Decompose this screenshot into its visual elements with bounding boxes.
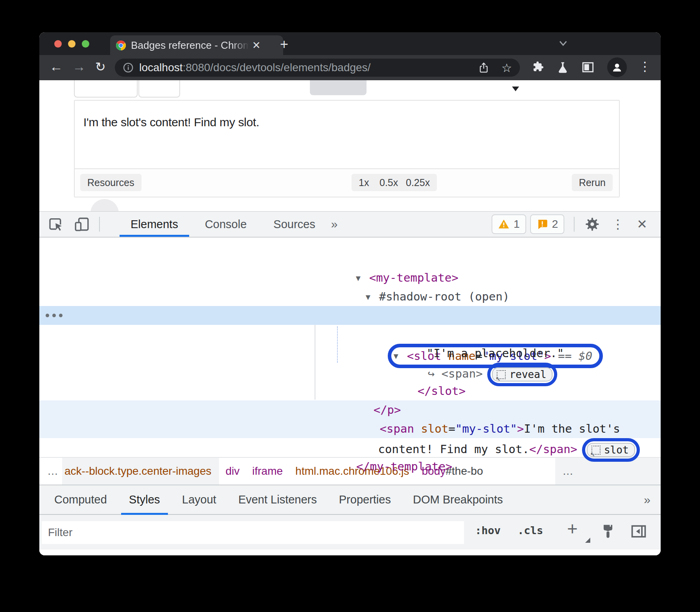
tab-close-icon[interactable]: ✕ <box>252 39 261 52</box>
warnings-badge[interactable]: 1 <box>492 214 526 234</box>
clipped-button[interactable] <box>74 80 138 98</box>
url-path: :8080/docs/devtools/elements/badges/ <box>183 61 371 74</box>
url-text: localhost:8080/docs/devtools/elements/ba… <box>139 61 370 74</box>
page-content: I'm the slot's content! Find my slot. Re… <box>39 80 661 211</box>
tree-row-shadow-root[interactable]: ▼#shadow-root (open) <box>39 268 661 287</box>
breadcrumb-overflow-right[interactable]: … <box>555 458 661 485</box>
devtools-panel: Elements Console Sources » 1 <box>39 211 661 555</box>
browser-toolbar: ← → ↻ localhost:8080/docs/devtools/eleme… <box>39 55 661 80</box>
resources-button[interactable]: Resources <box>80 174 142 191</box>
devtools-toolbar: Elements Console Sources » 1 <box>39 212 661 238</box>
window-controls <box>54 40 89 48</box>
dom-tree: ▼<my-template> ▼#shadow-root (open) ▼<p>… <box>39 238 661 457</box>
browser-menu-kebab-icon[interactable]: ⋮ <box>639 59 651 74</box>
more-panels-icon[interactable]: » <box>644 493 650 507</box>
tab-styles[interactable]: Styles <box>118 485 171 514</box>
tab-event-listeners[interactable]: Event Listeners <box>227 485 328 514</box>
tab-strip: Badges reference - Chrome De ✕ + <box>39 32 661 55</box>
site-info-icon[interactable] <box>123 62 134 73</box>
clipped-decoration <box>90 199 119 211</box>
breadcrumb-overflow-left[interactable]: … <box>39 458 62 485</box>
devtools-close-icon[interactable]: ✕ <box>637 217 647 232</box>
url-bar[interactable]: localhost:8080/docs/devtools/elements/ba… <box>115 59 520 77</box>
back-icon[interactable]: ← <box>50 59 63 74</box>
browser-window: Badges reference - Chrome De ✕ + ← → ↻ l… <box>39 32 661 555</box>
tab-dom-breakpoints[interactable]: DOM Breakpoints <box>402 485 514 514</box>
avatar[interactable] <box>607 57 627 77</box>
breadcrumb-item-truncated[interactable]: ack--block.type.center-images <box>62 458 219 485</box>
tree-row-p-close[interactable]: </p> <box>39 382 661 400</box>
tab-properties[interactable]: Properties <box>328 485 402 514</box>
tree-row-p-open[interactable]: ▼<p> <box>39 287 661 306</box>
span-line-2: content! Find my slot.</span>↖slot <box>39 419 661 438</box>
span-line-1: <span slot="my-slot">I'm the slot's <box>39 400 661 419</box>
more-tabs-icon[interactable]: » <box>331 218 338 231</box>
share-icon[interactable] <box>478 62 490 74</box>
rerun-button[interactable]: Rerun <box>572 174 613 191</box>
extensions-puzzle-icon[interactable] <box>531 61 544 74</box>
tab-layout[interactable]: Layout <box>171 485 227 514</box>
devtools-menu-kebab-icon[interactable]: ⋮ <box>612 217 624 232</box>
close-window-button[interactable] <box>54 40 62 48</box>
clipped-gray-button[interactable] <box>310 80 367 95</box>
profile-person-icon <box>611 61 623 74</box>
filter-input[interactable] <box>42 521 464 544</box>
styles-filter-bar: :hov .cls + <box>39 515 661 549</box>
tab-sources[interactable]: Sources <box>260 212 328 237</box>
new-style-rule-button[interactable]: + <box>567 518 578 539</box>
gear-icon[interactable] <box>585 217 600 232</box>
show-sidebar-dock-icon[interactable] <box>630 523 647 542</box>
screenshot-canvas: { "colors": { "ring_blue": "#1b49d8", "s… <box>0 0 700 612</box>
warning-count: 1 <box>514 218 520 230</box>
tree-row-slot-close[interactable]: </slot> <box>39 363 661 382</box>
styles-sidebar-tabs: Computed Styles Layout Event Listeners P… <box>39 485 661 515</box>
new-tab-button[interactable]: + <box>280 36 288 53</box>
experiments-flask-icon[interactable] <box>556 61 569 74</box>
tree-row-span-reveal[interactable]: ↪ <span>↖reveal <box>39 344 661 363</box>
issue-bubble-icon <box>536 218 548 230</box>
issue-count: 2 <box>552 218 558 230</box>
warning-triangle-icon <box>498 218 510 230</box>
breadcrumb-item-div[interactable]: div <box>219 458 246 485</box>
rendering-brush-icon[interactable] <box>599 523 617 542</box>
caret-down-icon[interactable] <box>512 87 519 91</box>
forward-icon[interactable]: → <box>72 59 86 74</box>
new-style-rule-dropdown-icon[interactable] <box>585 538 590 543</box>
divider <box>99 217 100 232</box>
chrome-favicon-icon <box>116 40 126 51</box>
tree-row-my-template-close[interactable]: </my-template> <box>39 438 661 457</box>
toggle-cls-button[interactable]: .cls <box>518 524 543 536</box>
issues-badge[interactable]: 2 <box>530 214 565 234</box>
tree-row-span-slotted[interactable]: <span slot="my-slot">I'm the slot's cont… <box>39 400 661 438</box>
maximize-window-button[interactable] <box>82 40 89 48</box>
tag-token: </my-template> <box>356 460 452 473</box>
tree-row-placeholder-text[interactable]: "I'm a placeholder." <box>39 325 661 344</box>
tab-title: Badges reference - Chrome De <box>131 39 249 52</box>
resources-bar: Resources 1x 0.5x 0.25x Rerun <box>75 168 619 197</box>
reload-icon[interactable]: ↻ <box>95 59 106 74</box>
speed-025x-button[interactable]: 0.25x <box>399 174 437 191</box>
ellipsis-icon[interactable] <box>46 314 63 317</box>
bookmark-star-icon[interactable]: ☆ <box>501 61 512 75</box>
toggle-hov-button[interactable]: :hov <box>475 524 501 536</box>
side-panel-icon[interactable] <box>581 61 595 74</box>
browser-tab[interactable]: Badges reference - Chrome De ✕ <box>110 35 283 55</box>
inspect-element-icon[interactable] <box>48 216 64 232</box>
tab-console[interactable]: Console <box>192 212 260 237</box>
tab-computed[interactable]: Computed <box>43 485 118 514</box>
divider <box>574 217 575 232</box>
demo-card: I'm the slot's content! Find my slot. Re… <box>74 100 620 197</box>
slot-content-text: I'm the slot's content! Find my slot. <box>83 116 259 129</box>
breadcrumb-item-iframe[interactable]: iframe <box>246 458 289 485</box>
tab-elements[interactable]: Elements <box>117 212 192 237</box>
clipped-button[interactable] <box>138 80 180 98</box>
tree-row-slot-selected[interactable]: ▼<slot name="my-slot"> == $0 <box>39 306 661 325</box>
tree-row-my-template-open[interactable]: ▼<my-template> <box>39 249 661 268</box>
chevron-down-icon[interactable] <box>558 39 569 48</box>
clipped-styles-pane <box>39 549 661 555</box>
device-toolbar-icon[interactable] <box>74 216 90 232</box>
url-host: localhost <box>139 61 183 74</box>
minimize-window-button[interactable] <box>68 40 76 48</box>
